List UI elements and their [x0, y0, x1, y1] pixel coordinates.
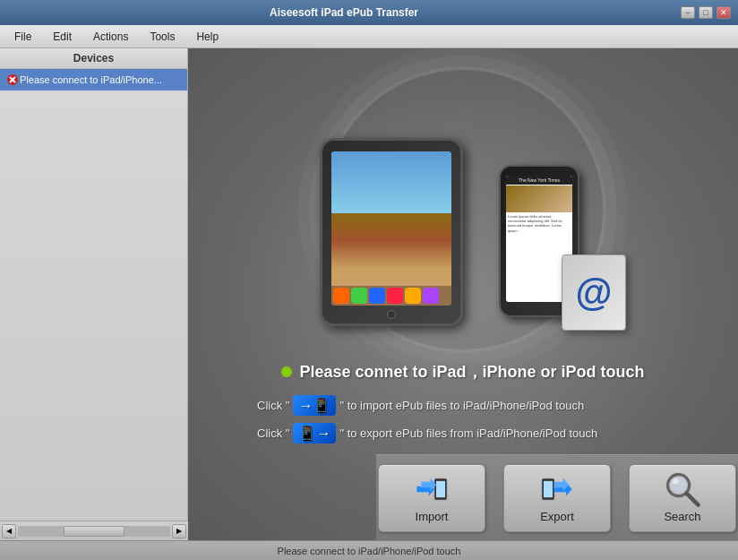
ipad-screen — [331, 151, 451, 306]
ipad-illustration — [320, 138, 463, 326]
menu-file[interactable]: File — [4, 28, 42, 46]
menu-edit[interactable]: Edit — [42, 28, 82, 46]
instruction2-prefix: Click " — [257, 426, 289, 440]
scroll-left-button[interactable]: ◀ — [2, 524, 16, 538]
menu-tools[interactable]: Tools — [139, 28, 185, 46]
search-label: Search — [664, 510, 700, 523]
instruction-export: Click " 📱→ " to export ePub files from i… — [257, 423, 669, 444]
content-area: The New York Times Lorem ipsum dolor sit… — [188, 48, 738, 540]
main-layout: Devices Please connect to iPad/iPhone... — [0, 48, 738, 540]
scroll-right-button[interactable]: ▶ — [172, 524, 186, 538]
app-icons — [331, 286, 451, 306]
export-button[interactable]: Export — [503, 464, 611, 532]
status-bar-text: Please connect to iPad/iPhone/iPod touch — [278, 546, 461, 556]
window-controls: − □ ✕ — [681, 6, 731, 19]
at-symbol: @ — [562, 254, 626, 331]
title-text: Aiseesoft iPad ePub Transfer — [7, 6, 681, 19]
instruction1-prefix: Click " — [257, 399, 289, 412]
status-section: Please connet to iPad，iPhone or iPod tou… — [257, 361, 669, 451]
ipad-home-button — [387, 310, 396, 319]
sidebar-scrollbar: ◀ ▶ — [0, 521, 188, 540]
menu-help[interactable]: Help — [185, 28, 229, 46]
devices-header: Devices — [0, 48, 187, 69]
export-icon — [537, 472, 577, 506]
app-wrapper: Aiseesoft iPad ePub Transfer − □ ✕ File … — [0, 0, 738, 560]
svg-rect-8 — [544, 481, 553, 497]
menu-actions[interactable]: Actions — [82, 28, 139, 46]
instruction-import: Click " →📱 " to import ePub files to iPa… — [257, 395, 669, 416]
search-icon — [663, 472, 702, 506]
search-button[interactable]: Search — [629, 464, 736, 532]
device-error-icon — [5, 73, 20, 87]
scroll-track[interactable] — [18, 526, 170, 537]
svg-point-12 — [671, 478, 687, 494]
svg-line-14 — [686, 493, 698, 504]
bottom-toolbar: Import Export — [376, 454, 738, 540]
export-arrow-icon: 📱→ — [293, 423, 336, 444]
sidebar: Devices Please connect to iPad/iPhone... — [0, 48, 188, 540]
device-item-label: Please connect to iPad/iPhone... — [20, 74, 162, 85]
svg-point-13 — [673, 478, 679, 485]
instruction2-suffix: " to export ePub files from iPad/iPhone/… — [339, 426, 597, 440]
instruction1-suffix: " to import ePub files to iPad/iPhone/iP… — [339, 399, 584, 412]
scroll-thumb — [64, 526, 124, 537]
status-dot — [281, 366, 292, 377]
status-bar: Please connect to iPad/iPhone/iPod touch — [0, 540, 738, 560]
connect-status: Please connet to iPad，iPhone or iPod tou… — [257, 361, 669, 383]
menu-bar: File Edit Actions Tools Help — [0, 25, 738, 48]
import-arrow-icon: →📱 — [293, 395, 336, 416]
minimize-button[interactable]: − — [681, 6, 695, 19]
maximize-button[interactable]: □ — [699, 6, 713, 19]
book-at-illustration: @ — [562, 254, 633, 335]
device-list-item[interactable]: Please connect to iPad/iPhone... — [0, 69, 187, 90]
import-button[interactable]: Import — [378, 464, 485, 532]
title-bar: Aiseesoft iPad ePub Transfer − □ ✕ — [0, 0, 738, 25]
devices-illustration: The New York Times Lorem ipsum dolor sit… — [275, 75, 651, 344]
export-label: Export — [540, 510, 574, 523]
connect-message: Please connet to iPad，iPhone or iPod tou… — [299, 361, 644, 383]
import-label: Import — [416, 510, 449, 523]
close-button[interactable]: ✕ — [717, 6, 731, 19]
svg-rect-4 — [436, 481, 445, 497]
inner-content: Aiseesoft iPad ePub Transfer − □ ✕ File … — [0, 0, 738, 540]
import-icon — [412, 472, 451, 506]
